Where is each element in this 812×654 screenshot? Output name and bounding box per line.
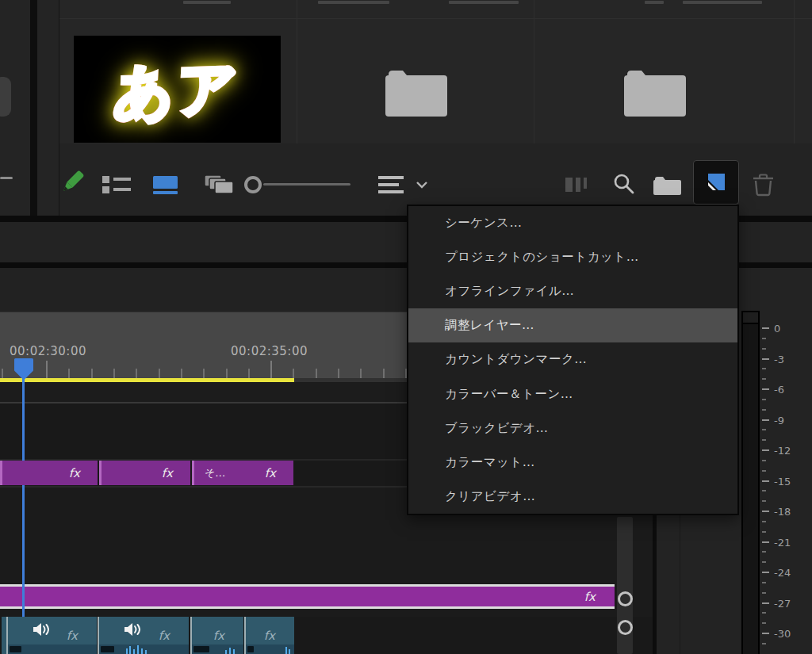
audio-clip-name-box — [193, 646, 209, 652]
search-icon — [613, 173, 635, 195]
speaker-icon — [124, 623, 140, 636]
ruler-minor-tick — [203, 369, 205, 378]
edit-pencil-button[interactable] — [59, 170, 85, 196]
meter-minor-tick — [762, 561, 766, 563]
audio-clip-name-box — [247, 646, 254, 652]
menu-item[interactable]: シーケンス… — [408, 206, 737, 240]
menu-item[interactable]: カラーマット… — [408, 446, 737, 480]
bin-item[interactable] — [384, 67, 449, 117]
meter-minor-tick — [762, 521, 766, 522]
meter-minor-tick — [762, 622, 766, 624]
zoom-slider-knob[interactable] — [244, 176, 262, 193]
meter-minor-tick — [762, 368, 766, 369]
audio-clip-name-box — [10, 646, 21, 652]
audio-clip[interactable]: fx — [8, 617, 97, 654]
audio-meter-clip-indicator[interactable] — [741, 311, 760, 324]
waveform-bar — [289, 649, 290, 654]
audio-clip[interactable]: fx — [246, 617, 294, 654]
clip-name-fragment — [183, 1, 231, 4]
menu-item[interactable]: クリアビデオ… — [408, 480, 737, 514]
menu-item[interactable]: 調整レイヤー… — [408, 308, 737, 342]
audio-clip-name-box — [101, 646, 114, 652]
work-area-bar-yellow[interactable] — [0, 378, 294, 382]
meter-minor-tick — [762, 460, 766, 461]
meter-major-tick — [762, 541, 769, 543]
menu-item[interactable]: ブラックビデオ… — [408, 411, 737, 446]
grid-line — [794, 0, 795, 143]
bin-folder-icon — [622, 67, 688, 117]
meter-db-label: -27 — [774, 597, 791, 609]
zoom-slider-track[interactable] — [263, 183, 350, 185]
audio-clip[interactable]: fx — [99, 617, 189, 654]
meter-major-tick — [762, 388, 769, 390]
fx-badge: fx — [264, 629, 275, 643]
icon-view-button-active[interactable] — [153, 176, 178, 194]
clip-name-fragment — [318, 1, 389, 4]
meter-minor-tick — [762, 429, 766, 430]
audio-clip[interactable]: fx — [192, 617, 243, 654]
scrollbar-zoom-handle[interactable] — [618, 591, 633, 606]
sort-button[interactable] — [378, 176, 404, 193]
menu-item[interactable]: オフラインファイル… — [408, 274, 737, 308]
speaker-icon — [33, 623, 49, 636]
menu-item[interactable]: カウントダウンマーク… — [408, 342, 737, 377]
new-item-button-pressed[interactable] — [693, 160, 739, 205]
ruler-minor-tick — [248, 369, 250, 378]
meter-minor-tick — [762, 582, 766, 583]
title-clip-thumbnail[interactable]: あア あア — [74, 36, 281, 143]
video-clip[interactable]: fx — [0, 461, 98, 485]
meter-major-tick — [762, 633, 769, 634]
playhead-line[interactable] — [22, 377, 25, 654]
menu-item[interactable]: プロジェクトのショートカット… — [408, 240, 737, 274]
scrollbar-zoom-handle[interactable] — [618, 620, 633, 635]
fx-badge: fx — [159, 629, 170, 643]
project-panel: あア あア — [59, 0, 812, 216]
audio-clip-edge — [6, 617, 8, 654]
waveform-bar — [141, 648, 143, 654]
meter-minor-tick — [762, 592, 766, 594]
video-clip[interactable]: fx — [99, 461, 190, 485]
meter-db-label: -21 — [774, 536, 791, 548]
automate-sequence-button-disabled[interactable] — [565, 178, 591, 192]
audio-clip-edge — [244, 617, 246, 654]
ruler-timecode-label: 00:02:30:00 — [10, 344, 86, 358]
bin-folder-icon — [384, 67, 449, 117]
grid-line — [59, 18, 812, 19]
meter-db-label: -3 — [774, 353, 784, 365]
ruler-minor-tick — [293, 369, 294, 378]
video-clip[interactable]: そ…fx — [192, 461, 293, 485]
ruler-minor-tick — [226, 369, 228, 378]
bin-item[interactable] — [622, 67, 688, 117]
audio-clip-edge — [98, 617, 99, 654]
fx-badge: fx — [69, 466, 80, 480]
freeform-view-button[interactable] — [205, 175, 235, 194]
audio-waveform-strip — [99, 644, 189, 654]
left-panel-scroll-thumb[interactable] — [0, 77, 11, 117]
meter-minor-tick — [762, 378, 766, 380]
playhead-marker[interactable] — [14, 358, 33, 380]
menu-item[interactable]: カラーバー＆トーン… — [408, 377, 737, 411]
premiere-workspace: あア あア — [0, 0, 812, 654]
waveform-bar — [233, 649, 235, 654]
meter-minor-tick — [762, 531, 766, 533]
fx-badge: fx — [584, 590, 596, 604]
ruler-timecode-label: 00:02:35:00 — [231, 344, 308, 358]
ruler-minor-tick — [136, 369, 137, 378]
ruler-minor-tick — [91, 369, 93, 378]
meter-db-label: -9 — [774, 414, 784, 426]
waveform-bar — [129, 646, 131, 654]
list-view-button[interactable] — [102, 176, 131, 193]
audio-clip-edge — [190, 617, 192, 654]
fx-badge: fx — [213, 629, 224, 643]
meter-db-label: 0 — [774, 323, 780, 335]
delete-button-disabled[interactable] — [753, 174, 774, 197]
sort-dropdown-chevron[interactable] — [416, 182, 427, 189]
search-button[interactable] — [613, 173, 635, 195]
freeform-view-icon — [205, 175, 235, 194]
selected-video-clip[interactable]: fx — [0, 584, 615, 609]
list-view-icon — [102, 176, 131, 193]
meter-minor-tick — [762, 490, 766, 491]
meter-minor-tick — [762, 348, 766, 350]
new-bin-button[interactable] — [653, 175, 681, 195]
meter-major-tick — [762, 480, 769, 482]
